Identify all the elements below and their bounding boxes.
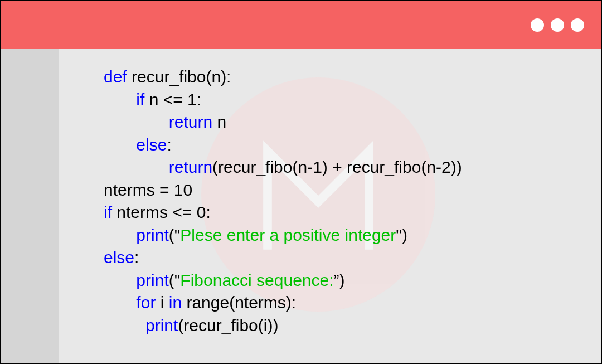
keyword: in: [169, 293, 182, 312]
code-line: if nterms <= 0:: [104, 201, 590, 224]
code-text: range(nterms):: [182, 293, 296, 312]
code-text: :: [134, 248, 139, 266]
code-line: print("Fibonacci sequence:”): [104, 269, 590, 292]
string-literal: Plese enter a positive integer: [180, 226, 396, 244]
string-literal: Fibonacci sequence:: [180, 271, 333, 289]
window-control-dot[interactable]: [531, 18, 544, 32]
editor-body: def recur_fibo(n): if n <= 1: return n e…: [1, 49, 601, 363]
code-line: return n: [104, 111, 590, 134]
keyword: if: [104, 203, 112, 221]
keyword: if: [136, 90, 144, 109]
code-text: :: [167, 135, 171, 154]
keyword: print: [136, 271, 168, 289]
keyword: for: [136, 293, 156, 312]
code-text: i: [156, 293, 168, 312]
code-line: if n <= 1:: [104, 89, 590, 111]
code-line: else:: [104, 246, 590, 269]
window-control-dot[interactable]: [571, 18, 584, 32]
code-text: (recur_fibo(i)): [178, 316, 278, 334]
code-text: ”): [334, 271, 345, 289]
keyword: return: [169, 113, 212, 131]
titlebar: [1, 1, 601, 49]
code-line: print("Plese enter a positive integer"): [104, 224, 590, 247]
keyword: print: [145, 316, 178, 334]
keyword: else: [136, 135, 167, 154]
code-text: nterms <= 0:: [112, 203, 211, 221]
code-text: (": [169, 226, 181, 244]
keyword: def: [104, 67, 127, 86]
code-block: def recur_fibo(n): if n <= 1: return n e…: [104, 66, 590, 337]
keyword: return: [169, 158, 212, 176]
window-control-dot[interactable]: [551, 18, 564, 32]
code-text: "): [396, 226, 407, 244]
code-line: print(recur_fibo(i)): [104, 314, 590, 337]
keyword: else: [104, 248, 134, 266]
code-line: nterms = 10: [104, 179, 590, 202]
code-text: (recur_fibo(n-1) + recur_fibo(n-2)): [212, 158, 462, 176]
code-line: def recur_fibo(n):: [104, 66, 590, 89]
code-text: n <= 1:: [144, 90, 201, 109]
code-text: nterms = 10: [104, 181, 192, 199]
code-text: recur_fibo(n):: [127, 67, 231, 86]
code-line: return(recur_fibo(n-1) + recur_fibo(n-2)…: [104, 156, 590, 179]
code-line: for i in range(nterms):: [104, 292, 590, 314]
code-text: (": [169, 271, 181, 289]
code-text: n: [212, 113, 226, 131]
gutter: [1, 49, 59, 363]
code-line: else:: [104, 134, 590, 157]
code-window: def recur_fibo(n): if n <= 1: return n e…: [0, 0, 602, 364]
keyword: print: [136, 226, 168, 244]
code-area: def recur_fibo(n): if n <= 1: return n e…: [59, 49, 601, 363]
